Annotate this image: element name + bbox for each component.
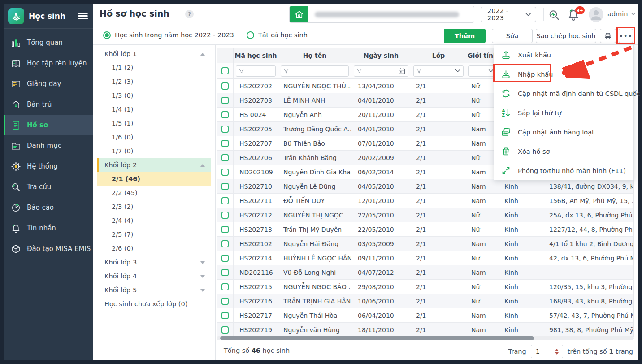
row-checkbox[interactable] — [221, 298, 229, 305]
topbar-divider — [543, 8, 544, 21]
sidebar-item-ban-tru[interactable]: Bán trú — [4, 94, 93, 115]
menu-item-trash[interactable]: Xóa hồ sơ — [494, 142, 633, 161]
radio-all-students[interactable]: Tất cả học sinh — [247, 31, 308, 39]
menu-item-sync[interactable]: Cập nhật mã định danh từ CSDL quốc gia — [494, 84, 633, 103]
row-checkbox[interactable] — [221, 154, 229, 161]
cell-select — [217, 194, 234, 208]
gear-icon — [10, 161, 22, 172]
cell-birth-date: 12/01/2010 — [351, 194, 411, 208]
row-checkbox[interactable] — [221, 240, 229, 247]
funnel-icon — [284, 69, 289, 74]
row-checkbox[interactable] — [221, 140, 229, 147]
tree-class-item[interactable]: 1/3 (0) — [97, 89, 211, 103]
cell-full-name: Nguyễn văn Hùng — [278, 323, 351, 337]
row-checkbox[interactable] — [221, 197, 229, 204]
user-avatar[interactable] — [589, 7, 603, 22]
sidebar-item-giang-day[interactable]: Giảng dạy — [4, 74, 93, 94]
sidebar-item-hoc-tap-ren-luyen[interactable]: Học tập rèn luyện — [4, 53, 93, 74]
tree-group[interactable]: Khối lớp 2 — [97, 158, 211, 172]
sidebar-item-dao-tao-misa-emis[interactable]: Đào tạo MISA EMIS — [4, 238, 93, 259]
sidebar-item-tra-cuu[interactable]: Tra cứu — [4, 177, 93, 197]
filter-student-code[interactable] — [236, 65, 276, 77]
print-button[interactable] — [600, 29, 616, 43]
row-checkbox[interactable] — [221, 82, 229, 90]
cell-birth-date: 22/05/2010 — [351, 208, 411, 222]
copy-student-button[interactable]: Sao chép học sinh — [536, 29, 596, 43]
tree-class-item[interactable]: 2/1 (46) — [97, 172, 211, 186]
row-checkbox[interactable] — [221, 312, 229, 319]
menu-item-photos[interactable]: Cập nhật ảnh hàng loạt — [494, 122, 633, 142]
tree-class-item[interactable]: 1/7 (0) — [97, 144, 211, 158]
row-checkbox[interactable] — [221, 126, 229, 133]
edit-button[interactable]: Sửa — [492, 29, 533, 43]
cell-address: 168/83, 43, khu 8, Phường Phú — [544, 294, 633, 308]
filter-class[interactable] — [413, 65, 464, 77]
filter-full-name[interactable] — [281, 65, 349, 77]
tree-class-item[interactable]: 2/4 (4) — [97, 214, 211, 228]
row-checkbox[interactable] — [221, 97, 229, 104]
filter-gender[interactable] — [468, 65, 497, 77]
sidebar-item-tin-nhan[interactable]: Tin nhắn — [4, 218, 93, 238]
school-selector[interactable] — [289, 6, 474, 23]
sidebar-item-bao-cao[interactable]: Báo cáo — [4, 197, 93, 218]
tree-class-item[interactable]: 2/3 (2) — [97, 200, 211, 214]
row-checkbox[interactable] — [221, 269, 229, 276]
notifications-bell[interactable]: 9+ — [567, 8, 583, 22]
row-checkbox[interactable] — [221, 255, 229, 262]
tree-class-item[interactable]: 1/5 (1) — [97, 117, 211, 130]
row-checkbox[interactable] — [221, 283, 229, 290]
tree-class-item[interactable]: 2/6 (0) — [97, 242, 211, 256]
search-analytics-icon[interactable] — [548, 9, 560, 23]
horizontal-scrollbar-thumb[interactable] — [220, 336, 534, 340]
cell-select — [217, 280, 234, 294]
filter-birth-date[interactable] — [354, 65, 408, 77]
menu-item-sort-az[interactable]: AZSắp lại thứ tự — [494, 103, 633, 122]
row-checkbox[interactable] — [221, 111, 229, 118]
tree-group[interactable]: Khối lớp 3 — [97, 256, 211, 269]
user-menu[interactable]: admin — [607, 10, 636, 17]
sidebar-item-tong-quan[interactable]: Tổng quan — [4, 32, 93, 53]
menu-item-export[interactable]: Xuất khẩu — [494, 45, 633, 65]
tree-class-item[interactable]: 1/2 (3) — [97, 75, 211, 89]
funnel-icon — [416, 69, 421, 74]
collapse-icon[interactable] — [200, 53, 205, 56]
cell-address: 156B, An Mỹ, Phú Mỹ, 15, 3, Ph — [544, 194, 633, 208]
expand-icon[interactable] — [200, 275, 205, 278]
tree-class-item[interactable]: 2/2 (45) — [97, 186, 211, 200]
menu-item-import[interactable]: Nhập khẩu — [494, 65, 633, 84]
cell-student-code: HS202716 — [234, 294, 278, 308]
school-year-select[interactable]: 2022 - 2023 — [481, 7, 536, 22]
sidebar-item-ho-so[interactable]: Hồ sơ — [4, 115, 93, 135]
help-icon[interactable]: ? — [185, 10, 194, 18]
menu-item-resize[interactable]: Phóng to/thu nhỏ màn hình (F11) — [494, 161, 633, 180]
row-checkbox[interactable] — [221, 226, 229, 233]
page-stepper-arrows[interactable] — [555, 349, 563, 355]
expand-icon[interactable] — [200, 289, 205, 292]
expand-icon[interactable] — [200, 261, 205, 264]
sidebar-item-danh-muc[interactable]: Danh mục — [4, 135, 93, 156]
row-checkbox[interactable] — [221, 212, 229, 219]
more-options-button[interactable]: ••• — [619, 29, 633, 43]
cell-student-code: HS202703 — [234, 93, 278, 107]
sidebar-item-label: Hệ thống — [27, 162, 58, 170]
radio-students-in-year[interactable]: Học sinh trong năm học 2022 - 2023 — [103, 31, 234, 39]
sidebar-item-he-thong[interactable]: Hệ thống — [4, 156, 93, 177]
tree-group[interactable]: Học sinh chưa xếp lớp (0) — [97, 297, 211, 311]
tree-class-item[interactable]: 2/5 (7) — [97, 228, 211, 242]
select-all-checkbox[interactable] — [221, 67, 229, 74]
row-checkbox[interactable] — [221, 183, 229, 190]
row-checkbox[interactable] — [221, 326, 229, 334]
tree-group[interactable]: Khối lớp 5 — [97, 283, 211, 297]
row-checkbox[interactable] — [221, 169, 229, 176]
hamburger-menu-icon[interactable] — [78, 11, 88, 21]
tree-group[interactable]: Khối lớp 1 — [97, 47, 211, 61]
collapse-icon[interactable] — [200, 164, 205, 167]
tree-class-item[interactable]: 1/6 (0) — [97, 130, 211, 144]
add-button[interactable]: Thêm — [444, 29, 486, 43]
tree-class-item[interactable]: 1/4 (1) — [97, 103, 211, 117]
page-number-stepper[interactable]: 1 — [531, 345, 563, 358]
tree-class-item[interactable]: 1/1 (2) — [97, 61, 211, 75]
tree-group[interactable]: Khối lớp 4 — [97, 269, 211, 283]
cell-gender: Nữ — [466, 280, 499, 294]
house-icon — [10, 99, 22, 110]
